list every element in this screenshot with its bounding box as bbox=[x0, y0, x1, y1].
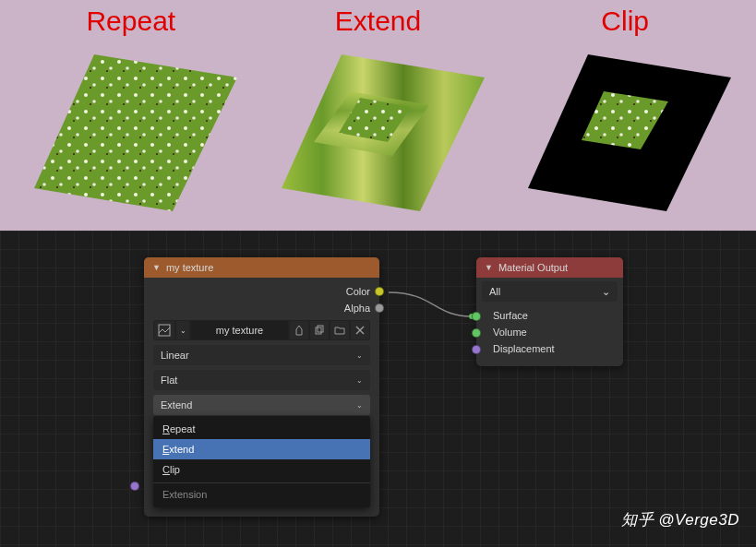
svg-rect-11 bbox=[159, 325, 170, 336]
plane-extend bbox=[263, 41, 494, 216]
input-displacement: Displacement bbox=[486, 340, 614, 357]
mode-clip: Clip bbox=[501, 0, 749, 231]
socket-vector[interactable] bbox=[130, 482, 139, 491]
svg-marker-4 bbox=[34, 54, 237, 211]
mode-title-repeat: Repeat bbox=[86, 6, 175, 37]
target-dropdown[interactable]: All ⌄ bbox=[482, 281, 618, 302]
chevron-down-icon: ⌄ bbox=[356, 401, 363, 410]
plane-clip bbox=[510, 41, 740, 216]
node-title: my texture bbox=[166, 262, 213, 273]
svg-rect-13 bbox=[318, 326, 323, 332]
watermark: 知乎 @Verge3D bbox=[621, 509, 739, 530]
new-image-button[interactable] bbox=[309, 320, 330, 340]
chevron-down-icon: ⌄ bbox=[356, 351, 363, 360]
node-editor[interactable]: ▼ my texture Color Alpha ⌄ my texture bbox=[0, 231, 756, 547]
unlink-image-button[interactable] bbox=[350, 320, 370, 340]
mode-extend: Extend bbox=[255, 0, 502, 231]
menu-item-repeat[interactable]: Repeat bbox=[153, 419, 370, 439]
image-icon[interactable] bbox=[153, 320, 175, 340]
svg-rect-12 bbox=[316, 327, 321, 334]
socket-color[interactable] bbox=[375, 287, 384, 296]
collapse-icon[interactable]: ▼ bbox=[485, 263, 493, 272]
comparison-strip: Repeat Extend bbox=[0, 0, 756, 231]
mode-repeat: Repeat bbox=[7, 0, 255, 231]
menu-footer: Extension bbox=[153, 482, 370, 502]
socket-volume[interactable] bbox=[472, 328, 481, 338]
output-color: Color bbox=[153, 283, 370, 300]
chevron-down-icon: ⌄ bbox=[356, 376, 363, 385]
image-texture-node[interactable]: ▼ my texture Color Alpha ⌄ my texture bbox=[144, 257, 379, 517]
fake-user-button[interactable] bbox=[289, 320, 309, 340]
mode-title-clip: Clip bbox=[601, 6, 649, 37]
socket-surface[interactable] bbox=[472, 312, 481, 321]
menu-item-extend[interactable]: Extend bbox=[153, 439, 370, 459]
node-header-texture[interactable]: ▼ my texture bbox=[144, 257, 379, 278]
image-name-field[interactable]: my texture bbox=[190, 320, 289, 340]
menu-item-clip[interactable]: Clip bbox=[153, 459, 370, 480]
input-volume: Volume bbox=[486, 324, 614, 340]
image-datablock-row: ⌄ my texture bbox=[153, 320, 370, 340]
input-surface: Surface bbox=[486, 307, 614, 324]
extension-dropdown[interactable]: Extend ⌄ bbox=[153, 395, 370, 415]
open-image-button[interactable] bbox=[330, 320, 350, 340]
interpolation-dropdown[interactable]: Linear ⌄ bbox=[153, 345, 370, 365]
plane-repeat bbox=[16, 41, 246, 216]
node-header-material[interactable]: ▼ Material Output bbox=[476, 257, 623, 278]
image-browse-dropdown[interactable]: ⌄ bbox=[175, 320, 190, 340]
projection-dropdown[interactable]: Flat ⌄ bbox=[153, 370, 370, 390]
node-title: Material Output bbox=[498, 262, 568, 273]
socket-displacement[interactable] bbox=[472, 345, 481, 354]
extension-menu: Repeat Extend Clip Extension bbox=[153, 416, 370, 507]
collapse-icon[interactable]: ▼ bbox=[152, 263, 161, 272]
socket-alpha[interactable] bbox=[375, 303, 384, 313]
material-output-node[interactable]: ▼ Material Output All ⌄ Surface Volume D… bbox=[476, 257, 623, 366]
mode-title-extend: Extend bbox=[335, 6, 421, 37]
chevron-down-icon: ⌄ bbox=[602, 286, 610, 298]
output-alpha: Alpha bbox=[153, 300, 370, 316]
